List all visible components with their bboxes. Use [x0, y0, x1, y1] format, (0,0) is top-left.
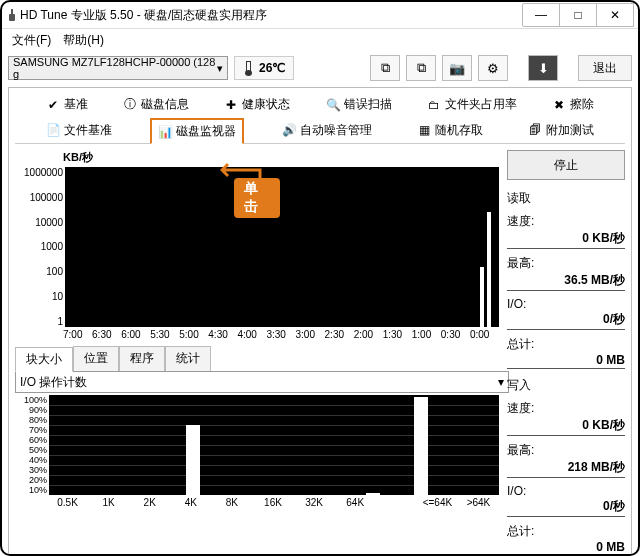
write-io: 0/秒 — [507, 498, 625, 517]
read-speed: 0 KB/秒 — [507, 230, 625, 249]
read-io: 0/秒 — [507, 311, 625, 330]
toolbar: SAMSUNG MZ7LF128HCHP-00000 (128 g ▾ 26℃ … — [2, 51, 638, 85]
chart1-yaxis: 1000000100000100001000100101 — [15, 167, 65, 327]
tab-icon: 📄 — [46, 123, 60, 137]
stop-button[interactable]: 停止 — [507, 150, 625, 180]
menu-file[interactable]: 文件(F) — [8, 30, 55, 51]
throughput-chart — [65, 167, 499, 327]
tab-磁盘监视器[interactable]: 📊磁盘监视器 — [150, 118, 244, 144]
copy-screenshot-button[interactable]: ⧉ — [406, 55, 436, 81]
tab-基准[interactable]: ✔基准 — [39, 92, 95, 117]
tab-icon: ▦ — [417, 123, 431, 137]
drive-name: SAMSUNG MZ7LF128HCHP-00000 (128 g — [13, 56, 217, 80]
read-max: 36.5 MB/秒 — [507, 272, 625, 291]
temperature-value: 26℃ — [259, 61, 285, 75]
write-max: 218 MB/秒 — [507, 459, 625, 478]
tab-icon: 🔊 — [282, 123, 296, 137]
callout-annotation: 单击 — [220, 162, 280, 202]
tab-row-1: ✔基准ⓘ磁盘信息✚健康状态🔍错误扫描🗀文件夹占用率✖擦除 — [15, 92, 625, 117]
sub-tabs: 块大小位置程序统计 — [15, 346, 499, 371]
temperature-indicator: 26℃ — [234, 56, 294, 80]
tab-icon: ⓘ — [123, 96, 137, 113]
menu-help[interactable]: 帮助(H) — [59, 30, 108, 51]
chevron-down-icon: ▾ — [217, 62, 223, 75]
tab-健康状态[interactable]: ✚健康状态 — [217, 92, 297, 117]
title-bar: HD Tune 专业版 5.50 - 硬盘/固态硬盘实用程序 — □ ✕ — [2, 2, 638, 29]
minimize-button[interactable]: — — [522, 3, 560, 27]
window-title: HD Tune 专业版 5.50 - 硬盘/固态硬盘实用程序 — [18, 7, 523, 24]
write-stats-group: 写入 速度: 0 KB/秒 最高: 218 MB/秒 I/O: 0/秒 总计: … — [507, 377, 625, 556]
maximize-button[interactable]: □ — [559, 3, 597, 27]
chart1-xaxis: 7:006:306:005:305:004:304:003:303:002:30… — [63, 329, 499, 340]
chart2-yaxis: 100%90%80%70%60%50%40%30%20%10% — [15, 395, 49, 495]
close-button[interactable]: ✕ — [596, 3, 634, 27]
tab-icon: ✖ — [552, 98, 566, 112]
tab-icon: 🗐 — [528, 123, 542, 137]
options-button[interactable]: ⚙ — [478, 55, 508, 81]
chart2-xaxis: 0.5K1K2K4K8K16K32K64K<=64K>64K — [47, 497, 499, 508]
write-speed: 0 KB/秒 — [507, 417, 625, 436]
tab-icon: ✔ — [46, 98, 60, 112]
menu-bar: 文件(F) 帮助(H) — [2, 29, 638, 51]
main-panel: ✔基准ⓘ磁盘信息✚健康状态🔍错误扫描🗀文件夹占用率✖擦除 📄文件基准📊磁盘监视器… — [8, 87, 632, 556]
read-stats-group: 读取 速度: 0 KB/秒 最高: 36.5 MB/秒 I/O: 0/秒 总计:… — [507, 190, 625, 369]
tab-icon: ✚ — [224, 98, 238, 112]
tab-擦除[interactable]: ✖擦除 — [545, 92, 601, 117]
chart1-ylabel: KB/秒 — [63, 150, 499, 165]
copy-info-button[interactable]: ⧉ — [370, 55, 400, 81]
app-icon — [6, 9, 18, 21]
save-button[interactable]: ⬇ — [528, 55, 558, 81]
chevron-down-icon: ▾ — [498, 375, 504, 389]
thermometer-icon — [243, 61, 253, 75]
read-total: 0 MB — [507, 353, 625, 369]
tab-附加测试[interactable]: 🗐附加测试 — [521, 117, 601, 143]
subtab-块大小[interactable]: 块大小 — [15, 347, 73, 372]
tab-随机存取[interactable]: ▦随机存取 — [410, 117, 490, 143]
screenshot-button[interactable]: 📷 — [442, 55, 472, 81]
io-mode-selector[interactable]: I/O 操作计数 ▾ — [15, 371, 509, 393]
tab-磁盘信息[interactable]: ⓘ磁盘信息 — [116, 92, 196, 117]
tab-文件基准[interactable]: 📄文件基准 — [39, 117, 119, 143]
subtab-位置[interactable]: 位置 — [73, 346, 119, 371]
tab-icon: 🗀 — [427, 98, 441, 112]
subtab-程序[interactable]: 程序 — [119, 346, 165, 371]
tab-icon: 🔍 — [326, 98, 340, 112]
blocksize-chart — [49, 395, 499, 495]
exit-button[interactable]: 退出 — [578, 55, 632, 81]
write-total: 0 MB — [507, 540, 625, 556]
tab-文件夹占用率[interactable]: 🗀文件夹占用率 — [420, 92, 524, 117]
drive-selector[interactable]: SAMSUNG MZ7LF128HCHP-00000 (128 g ▾ — [8, 56, 228, 80]
tab-icon: 📊 — [158, 125, 172, 139]
tab-错误扫描[interactable]: 🔍错误扫描 — [319, 92, 399, 117]
callout-label: 单击 — [234, 178, 280, 218]
tab-row-2: 📄文件基准📊磁盘监视器🔊自动噪音管理▦随机存取🗐附加测试 — [15, 117, 625, 144]
subtab-统计[interactable]: 统计 — [165, 346, 211, 371]
tab-自动噪音管理[interactable]: 🔊自动噪音管理 — [275, 117, 379, 143]
